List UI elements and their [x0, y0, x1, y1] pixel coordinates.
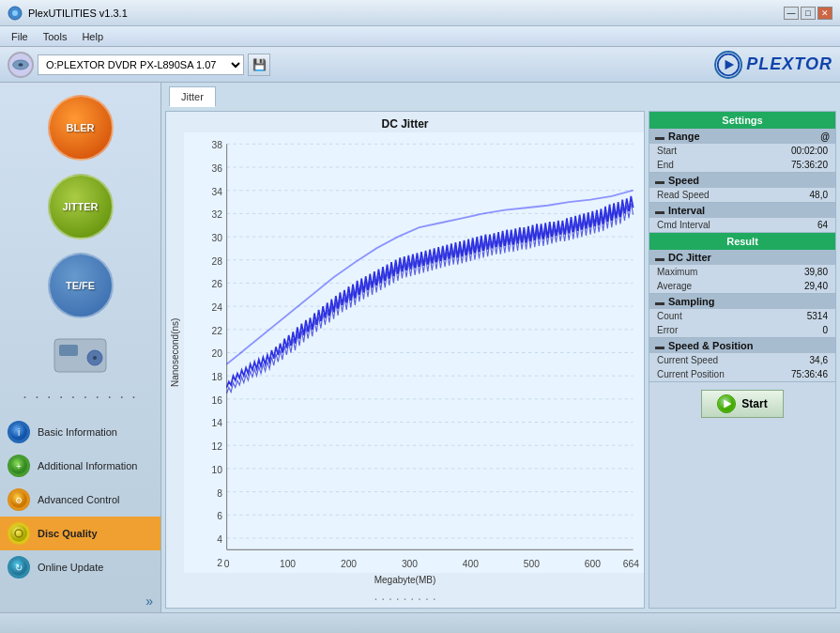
svg-text:14: 14: [212, 417, 222, 428]
speed-label: Speed: [668, 175, 699, 186]
svg-text:18: 18: [212, 371, 222, 382]
range-section: ▬ Range @ Start 00:02:00 End 75:36:20: [649, 129, 835, 173]
nav-icon-additional: +: [8, 455, 30, 477]
main-layout: BLER JITTER TE/FE · · · · · · · · ·: [0, 83, 840, 612]
speed-header[interactable]: ▬ Speed: [649, 173, 835, 188]
read-speed-value: 48,0: [810, 190, 828, 200]
disc-bler-item[interactable]: BLER: [8, 90, 153, 165]
sidebar-item-advanced[interactable]: ⚙ Advanced Control: [0, 483, 160, 517]
window-controls[interactable]: — □ ✕: [784, 7, 832, 20]
nav-items: i Basic Information + Additional Informa…: [0, 415, 160, 584]
svg-point-3: [19, 63, 23, 66]
disc-unknown-icon: [50, 332, 111, 378]
speed-position-result-header[interactable]: ▬ Speed & Position: [649, 338, 835, 353]
save-button[interactable]: 💾: [248, 54, 270, 76]
range-end-row: End 75:36:20: [649, 158, 835, 172]
speed-position-result-label: Speed & Position: [668, 340, 753, 351]
range-end-label: End: [657, 160, 674, 170]
disc-icons-list: BLER JITTER TE/FE · · · · · · · · ·: [0, 83, 160, 415]
svg-text:22: 22: [212, 324, 222, 335]
drive-selector: O:PLEXTOR DVDR PX-L890SA 1.07 💾: [8, 52, 270, 78]
svg-text:16: 16: [212, 394, 222, 405]
expand-icon[interactable]: »: [145, 594, 153, 609]
svg-text:36: 36: [212, 162, 222, 174]
nav-icon-disc-quality: [8, 522, 30, 545]
chart-y-label: Nanosecond(ns): [166, 132, 184, 573]
nav-icon-online-update: ↻: [8, 556, 30, 579]
drive-dropdown[interactable]: O:PLEXTOR DVDR PX-L890SA 1.07: [38, 54, 244, 75]
range-header[interactable]: ▬ Range @: [649, 129, 835, 144]
svg-text:300: 300: [402, 557, 418, 568]
interval-header[interactable]: ▬ Interval: [649, 203, 835, 218]
app-icon: [8, 6, 23, 21]
range-start-label: Start: [657, 146, 677, 156]
range-start-value: 00:02:00: [791, 146, 828, 156]
disc-bler-icon[interactable]: BLER: [48, 95, 114, 161]
svg-text:38: 38: [212, 139, 222, 150]
svg-text:200: 200: [341, 557, 357, 568]
svg-text:400: 400: [463, 557, 479, 568]
plextor-brand: PLEXTOR: [746, 54, 832, 74]
cmd-interval-label: Cmd Interval: [657, 220, 710, 230]
disc-jitter-icon[interactable]: JITTER: [48, 174, 114, 239]
range-at-icon: @: [820, 131, 830, 142]
start-button[interactable]: Start: [701, 390, 783, 418]
content-area: Jitter DC Jitter Nanosecond(ns): [161, 83, 840, 612]
sidebar: BLER JITTER TE/FE · · · · · · · · ·: [0, 83, 161, 612]
svg-text:0: 0: [224, 557, 230, 568]
read-speed-label: Read Speed: [657, 190, 710, 200]
sidebar-expand: »: [0, 590, 160, 612]
sidebar-item-disc-quality[interactable]: Disc Quality: [0, 517, 160, 550]
svg-point-1: [12, 10, 18, 16]
speed-position-section: ▬ Speed & Position Current Speed 34,6 Cu…: [649, 338, 835, 382]
toolbar: O:PLEXTOR DVDR PX-L890SA 1.07 💾 PLEXTOR: [0, 47, 840, 83]
sidebar-item-additional[interactable]: + Additional Information: [0, 449, 160, 483]
svg-text:24: 24: [212, 301, 222, 313]
menu-bar: File Tools Help: [0, 26, 840, 47]
sampling-count-label: Count: [657, 311, 682, 321]
dc-jitter-result-label: DC Jitter: [668, 252, 711, 263]
range-end-value: 75:36:20: [791, 160, 828, 170]
dc-jitter-collapse-icon: ▬: [655, 253, 664, 263]
svg-text:664: 664: [623, 557, 639, 568]
current-position-row: Current Position 75:36:46: [649, 367, 835, 381]
svg-point-9: [93, 356, 97, 360]
chart-container: DC Jitter Nanosecond(ns): [165, 111, 645, 609]
read-speed-row: Read Speed 48,0: [649, 188, 835, 202]
svg-text:26: 26: [212, 278, 222, 289]
sampling-result-header[interactable]: ▬ Sampling: [649, 294, 835, 309]
range-collapse-icon: ▬: [655, 131, 664, 142]
chart-area: 38 36 34 32 30 28 26 24 22 20 18 16: [184, 132, 644, 573]
close-button[interactable]: ✕: [817, 7, 832, 20]
sidebar-label-disc-quality: Disc Quality: [38, 528, 98, 539]
sidebar-label-online-update: Online Update: [38, 562, 103, 573]
sidebar-item-basic[interactable]: i Basic Information: [0, 415, 160, 449]
svg-text:500: 500: [524, 557, 540, 568]
svg-marker-5: [725, 59, 735, 69]
interval-section: ▬ Interval Cmd Interval 64: [649, 203, 835, 233]
chart-inner: Nanosecond(ns): [166, 132, 644, 573]
disc-jitter-item[interactable]: JITTER: [8, 169, 153, 244]
menu-tools[interactable]: Tools: [36, 29, 75, 44]
cmd-interval-row: Cmd Interval 64: [649, 218, 835, 232]
result-header: Result: [649, 233, 835, 250]
svg-point-16: [10, 525, 27, 542]
dc-jitter-result-header[interactable]: ▬ DC Jitter: [649, 250, 835, 265]
disc-tefe-item[interactable]: TE/FE: [8, 248, 153, 323]
menu-file[interactable]: File: [4, 29, 36, 44]
settings-panel: Settings ▬ Range @ Start 00:02:00 End 75…: [649, 111, 836, 609]
menu-help[interactable]: Help: [74, 29, 111, 44]
tab-jitter[interactable]: Jitter: [169, 86, 216, 107]
chart-scroll-dots: · · · · · · · · ·: [166, 589, 644, 608]
svg-text:2: 2: [217, 556, 222, 567]
disc-unknown-item: [8, 327, 153, 383]
cmd-interval-value: 64: [817, 220, 828, 230]
range-label: Range: [668, 131, 700, 142]
disc-tefe-icon[interactable]: TE/FE: [48, 253, 114, 318]
sidebar-scroll: BLER JITTER TE/FE · · · · · · · · ·: [0, 83, 160, 590]
svg-text:32: 32: [212, 208, 222, 220]
dc-jitter-section: ▬ DC Jitter Maximum 39,80 Average 29,40: [649, 250, 835, 294]
restore-button[interactable]: □: [801, 7, 816, 20]
minimize-button[interactable]: —: [784, 7, 799, 20]
sidebar-item-online-update[interactable]: ↻ Online Update: [0, 550, 160, 584]
